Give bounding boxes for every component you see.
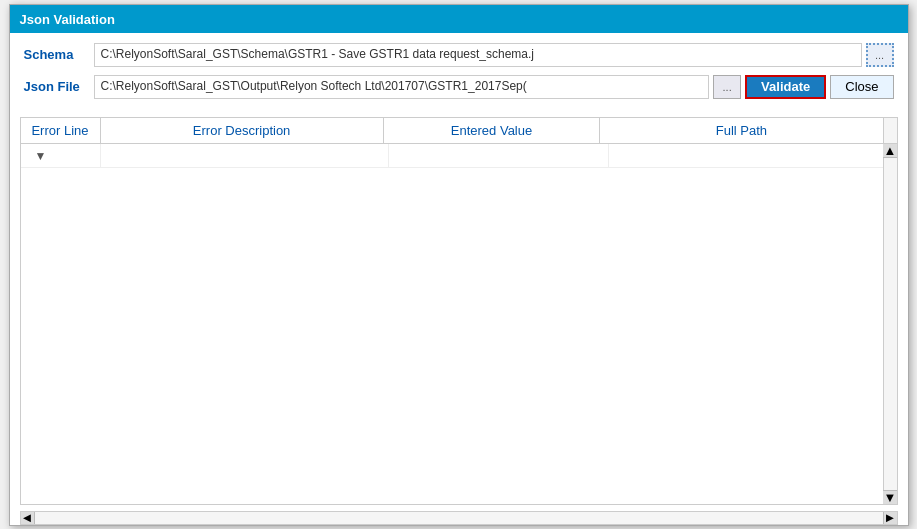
col-header-full-path: Full Path: [600, 118, 882, 143]
scroll-left-button[interactable]: ◄: [21, 511, 35, 525]
form-area: Schema C:\RelyonSoft\Saral_GST\Schema\GS…: [10, 33, 908, 117]
schema-row: Schema C:\RelyonSoft\Saral_GST\Schema\GS…: [24, 43, 894, 67]
scroll-up-button[interactable]: ▲: [883, 144, 897, 158]
schema-label: Schema: [24, 47, 94, 62]
col-header-error-line: Error Line: [21, 118, 101, 143]
up-arrow-icon: ▲: [884, 144, 897, 158]
col-header-entered-val: Entered Value: [384, 118, 601, 143]
left-arrow-icon: ◄: [21, 511, 34, 525]
table-header: Error Line Error Description Entered Val…: [21, 118, 897, 144]
results-table: Error Line Error Description Entered Val…: [20, 117, 898, 505]
table-row: ▼: [21, 144, 897, 168]
json-file-label: Json File: [24, 79, 94, 94]
schema-input[interactable]: C:\RelyonSoft\Saral_GST\Schema\GSTR1 - S…: [94, 43, 862, 67]
validate-button[interactable]: Validate: [745, 75, 826, 99]
schema-browse-button[interactable]: ...: [866, 43, 894, 67]
window-title: Json Validation: [20, 12, 115, 27]
empty-path-cell: [609, 144, 896, 167]
scrollbar-track: [35, 512, 883, 524]
pin-cell: ▼: [21, 144, 101, 167]
empty-val-cell: [389, 144, 609, 167]
scroll-down-button[interactable]: ▼: [883, 490, 897, 504]
empty-desc-cell: [101, 144, 389, 167]
right-arrow-icon: ►: [884, 511, 897, 525]
json-validation-window: Json Validation Schema C:\RelyonSoft\Sar…: [9, 4, 909, 526]
table-body: ▼ ▲ ▼: [21, 144, 897, 504]
json-browse-button[interactable]: ...: [713, 75, 741, 99]
col-header-error-desc: Error Description: [101, 118, 384, 143]
json-file-row: Json File C:\RelyonSoft\Saral_GST\Output…: [24, 75, 894, 99]
horizontal-scrollbar[interactable]: ◄ ►: [20, 511, 898, 525]
vertical-scrollbar[interactable]: ▲ ▼: [883, 144, 897, 504]
title-bar: Json Validation: [10, 5, 908, 33]
pin-icon: ▼: [29, 147, 53, 165]
down-arrow-icon: ▼: [884, 490, 897, 504]
close-button[interactable]: Close: [830, 75, 893, 99]
scroll-right-button[interactable]: ►: [883, 511, 897, 525]
json-file-input[interactable]: C:\RelyonSoft\Saral_GST\Output\Relyon So…: [94, 75, 710, 99]
